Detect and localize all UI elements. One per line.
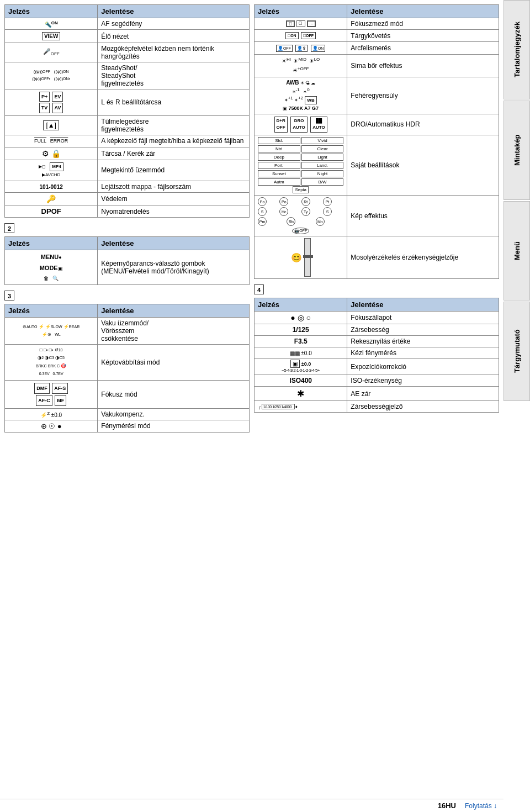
table-row: ▶◻ MP4 ▶AVCHD Megtekintő üzemmód	[5, 160, 250, 181]
folder-meaning: Lejátszott mappa - fájlsorszám	[98, 181, 250, 193]
playback-icon: ▶◻ MP4 ▶AVCHD	[8, 162, 94, 180]
table-row: ⎕ ▢ ⋯ Fókuszmező mód	[255, 18, 499, 30]
aperture-meaning: Rekesznyílás értéke	[347, 336, 499, 347]
page-number: 16HU	[438, 802, 456, 810]
ev-comp-icon: ▣ ±0.0 −5·4·3·2·1·0·1·2·3·4·5+	[258, 361, 343, 373]
view-meaning: Élő nézet	[98, 30, 250, 43]
wb-icon: AWB ☀ 🌤 ☁ ☀-1 ✶0 ✶+1 ✶+2 WB ▣ 7500K A7 G…	[258, 79, 343, 112]
skin-effect-icon: ☀HI ☀MID ☀LO ☀+OFF	[258, 56, 343, 75]
table-row: F3.5 Rekesznyílás értéke	[255, 336, 499, 347]
drive-meaning: Képtovábbítási mód	[98, 344, 250, 380]
focus-area-meaning: Fókuszmező mód	[347, 18, 499, 30]
picture-style-icon: Std.Vivid NtrlClear DeepLight Port.Land.…	[258, 137, 343, 193]
bottom-bar: 16HU Folytatás ↓	[0, 799, 504, 812]
side-tabs: Tartalomjegyzék Mintakép Menü Tárgymutat…	[504, 0, 530, 812]
table-row: ✱ AE zár	[255, 387, 499, 401]
shutter-scale-icon: ┌ 1/100 1/250 1/4000 ♦	[258, 404, 343, 409]
table-row: ⚡Z ±0.0 Vakukompenz.	[5, 408, 250, 420]
table1-header-jelzes: Jelzés	[5, 5, 98, 18]
table4-header-jelentese: Jelentése	[347, 298, 499, 312]
wb-meaning: Fehéregyensúly	[347, 77, 499, 114]
shutter-scale-meaning: Zársebességjelző	[347, 401, 499, 413]
table-row: ⚙ 🔒 Tárcsa / Kerék zár	[5, 147, 250, 160]
view-icon: VIEW	[42, 32, 61, 40]
table-row: MENU● MODE▣ 🗑 🔍 Képernyőparancs-választó…	[5, 250, 250, 285]
manual-meter-meaning: Kézi fénymérés	[347, 347, 499, 359]
table-row: P+ EV TV AV L és R beállítótárcsa	[5, 89, 250, 116]
table-row: ☀HI ☀MID ☀LO ☀+OFF Sima bőr effektus	[255, 55, 499, 77]
menu-mode-meaning: Képernyőparancs-választó gombok (MENU/Fe…	[98, 250, 250, 285]
table-row: AWB ☀ 🌤 ☁ ☀-1 ✶0 ✶+1 ✶+2 WB ▣ 7500K A7 G…	[255, 77, 499, 114]
section3-number: 3	[4, 291, 14, 300]
aperture-icon: F3.5	[294, 338, 308, 345]
metering-meaning: Fénymérési mód	[98, 420, 250, 432]
table1-header-jelentese: Jelentése	[98, 5, 250, 18]
table-row: [▲] Túlmelegedésrefigyelmeztetés	[5, 115, 250, 135]
dpof-icon: DPOF	[41, 207, 61, 215]
drive-mode-icon: □ □▪ □▪ ↺10 ◑2 ◑C3 ◑C5 BRKC BRK C 🎯 0.3E…	[8, 346, 94, 378]
ae-lock-icon: ✱	[297, 389, 304, 398]
tracking-icon: □ON □OFF	[258, 31, 343, 40]
table-row: 🎤OFF Mozgóképfelvétel közben nem történi…	[5, 43, 250, 62]
full-error-icon: FULL ERROR	[8, 137, 94, 145]
overheat-icon: [▲]	[43, 120, 59, 130]
shutter-speed-icon: 1/125	[293, 326, 309, 334]
protect-icon: 🔑	[46, 194, 56, 203]
face-recog-icon: 👤OFF 👤⚴ 👤ON	[258, 44, 343, 52]
table-row: 1/125 Zársebesség	[255, 324, 499, 336]
table-row: Po Po Rt Pt S Hc Ty S	[255, 196, 499, 236]
tab-menu[interactable]: Menü	[504, 201, 530, 300]
steadyshot-icon: ((ψ))OFF ((ψ))ON ((ψ))OFF▪ ((ψ))ON▪	[8, 68, 94, 83]
iso-icon: ISO400	[289, 377, 312, 384]
section4-number: 4	[254, 284, 264, 294]
table-row: 🔦ON AF segédfény	[5, 18, 250, 30]
mic-meaning: Mozgóképfelvétel közben nem történik han…	[98, 43, 250, 62]
menu-mode-icon: MENU● MODE▣ 🗑 🔍	[8, 252, 94, 283]
ae-lock-meaning: AE zár	[347, 387, 499, 401]
table-row: D+ROFF DROAUTO ██AUTO DRO/Automatikus HD…	[255, 114, 499, 135]
dpof-meaning: Nyomatrendelés	[98, 205, 250, 218]
table3-header-jelzes: Jelzés	[5, 304, 98, 317]
folder-icon: 101-0012	[40, 184, 63, 190]
focus-area-icon: ⎕ ▢ ⋯	[258, 20, 343, 27]
ev-comp-meaning: Expozíciókorrekció	[347, 359, 499, 375]
flash-meaning: Vaku üzemmód/Vörösszemcsökkentése	[98, 317, 250, 344]
table-row: 😊 Mosolyérzékelés érzékenységjelzője	[255, 236, 499, 279]
dro-meaning: DRO/Automatikus HDR	[347, 114, 499, 135]
table-row: DMF AF-S AF-C MF Fókusz mód	[5, 380, 250, 408]
focus-state-meaning: Fókuszállapot	[347, 312, 499, 324]
smile-meaning: Mosolyérzékelés érzékenységjelzője	[347, 236, 499, 279]
tab-tartalomjegyzek[interactable]: Tartalomjegyzék	[504, 0, 530, 99]
table-row: VIEW Élő nézet	[5, 30, 250, 43]
focus-mode-meaning: Fókusz mód	[98, 380, 250, 408]
playback-meaning: Megtekintő üzemmód	[98, 160, 250, 181]
steadyshot-meaning: SteadyShot/SteadyShotfigyelmeztetés	[98, 62, 250, 89]
af-meaning: AF segédfény	[98, 18, 250, 30]
table-row: ▣ ±0.0 −5·4·3·2·1·0·1·2·3·4·5+ Expozíció…	[255, 359, 499, 375]
table-row: FULL ERROR A képkezelő fájl megtelt/hiba…	[5, 135, 250, 147]
tab-targymutato[interactable]: Tárgymutató	[504, 302, 530, 401]
continue-link[interactable]: Folytatás ↓	[465, 802, 497, 810]
table-row: ▦▦ ±0.0 Kézi fénymérés	[255, 347, 499, 359]
dial-icon: P+ EV TV AV	[8, 91, 94, 114]
table2-header-jelentese: Jelentése	[98, 237, 250, 250]
tab-mintakep[interactable]: Mintakép	[504, 101, 530, 200]
flash-comp-meaning: Vakukompenz.	[98, 408, 250, 420]
tracking-meaning: Tárgykövetés	[347, 30, 499, 42]
focus-state-icon: ● ◎ ○	[290, 313, 311, 322]
overheat-meaning: Túlmelegedésrefigyelmeztetés	[98, 115, 250, 135]
table-row: □ON □OFF Tárgykövetés	[255, 30, 499, 42]
table-row: ⊕ ☉ ● Fénymérési mód	[5, 420, 250, 432]
lock-meaning: Tárcsa / Kerék zár	[98, 147, 250, 160]
af-icon: 🔦ON	[45, 22, 58, 28]
table2-header-jelzes: Jelzés	[5, 237, 98, 250]
manual-meter-icon: ▦▦ ±0.0	[290, 350, 312, 356]
face-recog-meaning: Arcfelismerés	[347, 42, 499, 55]
table-right-header-jelentese: Jelentése	[347, 5, 499, 18]
table-row: ISO400 ISO-érzékenység	[255, 375, 499, 387]
kep-eff-meaning: Kép effektus	[347, 196, 499, 236]
full-error-meaning: A képkezelő fájl megtelt/hiba a képkezel…	[98, 135, 250, 147]
table-row: Std.Vivid NtrlClear DeepLight Port.Land.…	[255, 135, 499, 196]
iso-meaning: ISO-érzékenység	[347, 375, 499, 387]
table-row: 🔑 Védelem	[5, 193, 250, 205]
